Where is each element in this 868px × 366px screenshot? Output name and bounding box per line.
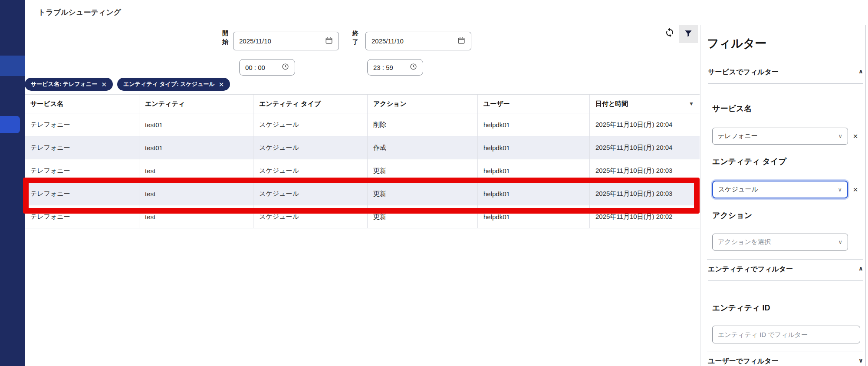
table-cell: test01 — [139, 113, 253, 136]
table-header-row: サービス名 エンティティ エンティティ タイプ アクション ユーザー 日付と時間… — [25, 94, 700, 113]
divider — [707, 352, 863, 352]
clock-icon[interactable] — [410, 63, 417, 72]
highlight-annotation-box — [23, 178, 700, 214]
end-time-value: 23 : 59 — [373, 64, 393, 71]
table-cell: テレフォニー — [25, 136, 139, 159]
end-time-input[interactable]: 23 : 59 — [367, 59, 423, 76]
clock-icon[interactable] — [282, 63, 289, 72]
table-cell: 2025年11月10日(月) 20:04 — [589, 136, 700, 159]
table-cell: helpdk01 — [477, 113, 589, 136]
filter-toggle-button[interactable] — [679, 25, 698, 43]
chip-service-name[interactable]: サービス名: テレフォニー ✕ — [25, 78, 113, 91]
table-cell: 2025年11月10日(月) 20:04 — [589, 113, 700, 136]
sort-desc-icon[interactable]: ▼ — [689, 101, 694, 107]
column-header-entity-type[interactable]: エンティティ タイプ — [253, 95, 367, 113]
end-date-value: 2025/11/10 — [372, 37, 404, 45]
table-cell: helpdk01 — [477, 136, 589, 159]
chip-label: エンティティ タイプ: スケジュール — [123, 80, 215, 88]
divider — [707, 259, 863, 260]
left-nav-sidebar — [0, 0, 25, 366]
app-root: トラブルシューティング 開始 2025/11/10 終了 2025/11/10 … — [0, 0, 868, 366]
column-header-service[interactable]: サービス名 — [25, 95, 139, 113]
active-filter-chips: サービス名: テレフォニー ✕ エンティティ タイプ: スケジュール ✕ — [25, 78, 230, 91]
chip-remove-icon[interactable]: ✕ — [219, 81, 224, 88]
chevron-up-icon[interactable]: ∧ — [858, 265, 863, 272]
chip-remove-icon[interactable]: ✕ — [101, 81, 107, 88]
calendar-icon[interactable] — [457, 36, 465, 46]
scrollbar[interactable] — [865, 25, 866, 366]
table-row[interactable]: テレフォニーtest01スケジュール削除helpdk012025年11月10日(… — [25, 113, 700, 136]
funnel-filter-icon — [684, 29, 693, 39]
page-title: トラブルシューティング — [38, 7, 121, 17]
table-cell: テレフォニー — [25, 113, 139, 136]
section-filter-by-user[interactable]: ユーザーでフィルター ∨ — [708, 357, 863, 366]
section-filter-by-entity[interactable]: エンティティでフィルター ∧ — [708, 265, 863, 281]
refresh-icon — [664, 27, 675, 39]
chip-entity-type[interactable]: エンティティ タイプ: スケジュール ✕ — [117, 78, 230, 91]
entity-id-label: エンティティ ID — [712, 303, 770, 313]
clear-entity-type-button[interactable]: × — [850, 184, 861, 195]
column-header-datetime[interactable]: 日付と時間 ▼ — [589, 95, 700, 113]
table-cell: 削除 — [367, 113, 477, 136]
refresh-button[interactable] — [662, 26, 677, 40]
start-time-input[interactable]: 00 : 00 — [239, 59, 295, 76]
service-name-value: テレフォニー — [718, 132, 758, 140]
entity-id-input[interactable] — [712, 326, 860, 343]
chevron-down-icon: ∨ — [838, 186, 842, 193]
chevron-down-icon[interactable]: ∨ — [858, 357, 863, 364]
table-cell: test01 — [139, 136, 253, 159]
section-filter-by-service[interactable]: サービスでフィルター ∧ — [708, 68, 863, 84]
top-bar: トラブルシューティング — [25, 0, 868, 25]
action-select[interactable]: アクションを選択 ∨ — [712, 234, 848, 251]
column-header-user[interactable]: ユーザー — [477, 95, 589, 113]
filter-panel: フィルター サービスでフィルター ∧ サービス名 テレフォニー ∨ × エンティ… — [700, 25, 868, 366]
action-label: アクション — [712, 210, 752, 221]
end-date-label: 終了 — [352, 29, 360, 46]
entity-type-select-focused[interactable]: スケジュール ∨ — [712, 181, 848, 198]
sidebar-nav-item-active[interactable] — [0, 116, 20, 133]
chevron-down-icon: ∨ — [838, 239, 842, 245]
column-header-action[interactable]: アクション — [367, 95, 477, 113]
entity-type-label: エンティティ タイプ — [712, 156, 786, 167]
table-row[interactable]: テレフォニーtest01スケジュール作成helpdk012025年11月10日(… — [25, 136, 700, 159]
chevron-up-icon[interactable]: ∧ — [858, 68, 863, 75]
service-name-select[interactable]: テレフォニー ∨ — [712, 128, 848, 145]
end-date-input[interactable]: 2025/11/10 — [365, 32, 471, 50]
table-cell: 作成 — [367, 136, 477, 159]
action-placeholder: アクションを選択 — [718, 238, 771, 246]
table-cell: スケジュール — [253, 136, 367, 159]
start-date-value: 2025/11/10 — [239, 37, 271, 45]
entity-type-value: スケジュール — [718, 185, 758, 194]
clear-service-name-button[interactable]: × — [850, 131, 861, 141]
start-date-label: 開始 — [222, 29, 230, 46]
column-header-entity[interactable]: エンティティ — [139, 95, 253, 113]
sidebar-nav-item-highlighted[interactable] — [0, 56, 25, 76]
chip-label: サービス名: テレフォニー — [31, 80, 97, 88]
table-cell: スケジュール — [253, 113, 367, 136]
start-time-value: 00 : 00 — [245, 64, 265, 71]
start-date-input[interactable]: 2025/11/10 — [233, 32, 339, 50]
filter-panel-title: フィルター — [707, 36, 767, 51]
chevron-down-icon: ∨ — [838, 133, 842, 139]
calendar-icon[interactable] — [325, 36, 333, 46]
service-name-label: サービス名 — [712, 103, 752, 114]
